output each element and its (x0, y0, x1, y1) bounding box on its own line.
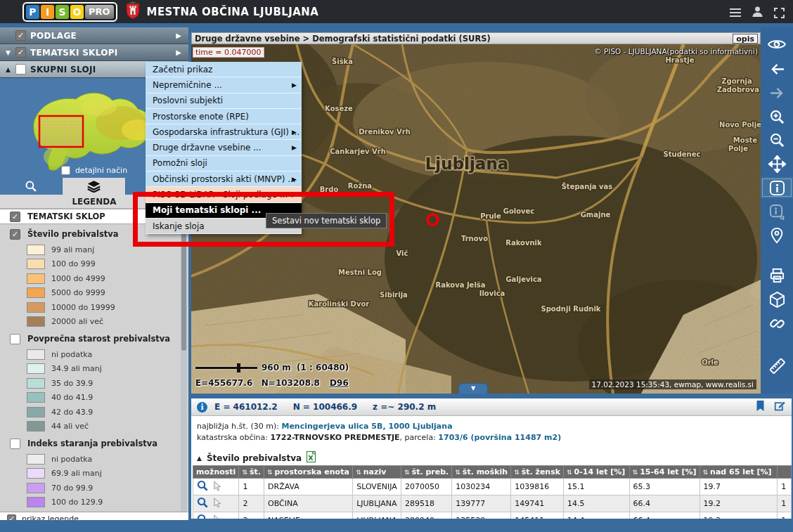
link-icon[interactable] (761, 313, 793, 334)
cell: 280940 (401, 512, 452, 519)
row-select-cursor-icon[interactable] (214, 498, 221, 510)
menu-item-poslovni-subjekti[interactable]: Poslovni subjekti (146, 93, 302, 109)
legend-scrollbar[interactable] (181, 209, 187, 512)
user-icon[interactable] (751, 5, 764, 21)
logo-letter-o: O (70, 5, 84, 19)
column-header-naziv[interactable]: ⇅naziv (353, 466, 401, 479)
section-checkbox[interactable]: ✓ (15, 47, 26, 58)
map-label-galjevica: Galjevica (505, 275, 541, 283)
column-header-prostorska-enota[interactable]: ⇅prostorska enota (264, 466, 353, 479)
excel-export-icon[interactable]: X (307, 451, 316, 465)
legend-item-label: 40 do 41.9 (51, 393, 93, 402)
map-label-studenec: Studenec (664, 150, 701, 158)
nearest-address-link[interactable]: Mencingerjeva ulica 5B, 1000 Ljubljana (281, 422, 452, 431)
ruler-icon[interactable] (761, 355, 793, 376)
description-button[interactable]: opis (733, 34, 758, 44)
cell: 1 (778, 495, 792, 512)
piso-pro-logo[interactable]: PISOPRO (22, 2, 117, 22)
detail-mode-checkbox[interactable] (61, 166, 70, 175)
map-label-spodnji-rudnik: Spodnji Rudnik (541, 305, 600, 313)
tematski-sklop-checkbox[interactable]: ✓ (10, 212, 20, 222)
map-label-prule: Prule (480, 212, 501, 220)
map-label--i-ka: Šiška (332, 57, 353, 65)
datum-link[interactable]: D96 (330, 378, 349, 388)
row-zoom-icon[interactable] (197, 514, 208, 519)
page-bottom-strip (0, 520, 793, 532)
column-header-t-ensk[interactable]: ⇅št. žensk (511, 466, 564, 479)
row-zoom-icon[interactable] (197, 497, 208, 510)
ljubljana-coat-of-arms-icon (126, 1, 140, 22)
menu-item-prostorske-enote-rpe[interactable]: Prostorske enote (RPE) (146, 109, 302, 124)
print-icon[interactable] (761, 265, 793, 286)
cell: 66.4 (629, 495, 699, 512)
map-label-zadobrova: Zadobrova (717, 86, 759, 93)
tematski-sklop-label: TEMATSKI SKLOP (27, 212, 105, 221)
logo-letter-s: S (56, 5, 69, 19)
menu-item-ob-inski-prostorski-akti-mnvp[interactable]: Občinski prostorski akti (MNVP) ...▶ (146, 171, 302, 187)
column-header-0-14-let[interactable]: ⇅0-14 let [%] (564, 466, 630, 479)
column-header-t-mo-kih[interactable]: ⇅št. moških (452, 466, 511, 479)
menu-item-label: Občinski prostorski akti (MNVP) ... (153, 174, 296, 184)
legend-item-label: ni podatka (51, 350, 92, 359)
column-header-15-64-let[interactable]: ⇅15-64 let [%] (629, 466, 699, 479)
legend-item: 20000 ali več (0, 315, 188, 330)
column-header-t-preb[interactable]: ⇅št. preb. (401, 466, 452, 479)
cadastral-municipality: 1722-TRNOVSKO PREDMESTJE (270, 433, 399, 442)
location-pin-icon[interactable] (761, 225, 793, 246)
parcel-link[interactable]: 1703/6 (površina 11487 m2) (438, 433, 561, 442)
overview-viewport-rect[interactable] (39, 116, 83, 147)
section-checkbox[interactable]: ✓ (15, 30, 26, 41)
map-label-moste: Moste (733, 136, 758, 144)
column-header-nad-65-let[interactable]: ⇅nad 65 let [%] (699, 466, 778, 479)
sort-icon: ⇅ (633, 469, 638, 476)
cell: 19.2 (699, 512, 778, 519)
column-header-t[interactable]: ⇅št. (239, 466, 264, 479)
collapse-icon[interactable]: ▲ (6, 66, 15, 73)
legend-swatch (27, 392, 45, 403)
legend-group-row: Povprečna starost prebivalstva (0, 330, 188, 347)
expand-icon[interactable]: ▼ (6, 49, 15, 56)
tab-search[interactable] (0, 178, 63, 195)
sidebar-section-podlage[interactable]: ✓PODLAGE▶ (0, 27, 188, 44)
cell: 289518 (401, 495, 452, 512)
menu-item-pomo-ni-sloji[interactable]: Pomožni sloji (146, 156, 302, 171)
sort-icon: ⇅ (242, 469, 247, 476)
legend-group-checkbox[interactable] (10, 439, 20, 449)
map-label--tepanja-vas: Štepanja vas (562, 182, 613, 190)
cell: 149741 (511, 495, 564, 512)
map-panel-collapse-button[interactable]: ▼ (458, 383, 488, 394)
fullscreen-icon[interactable] (774, 8, 785, 18)
cell: NASELJE (264, 512, 353, 519)
sidebar-section-tematski-sklopi[interactable]: ▼✓TEMATSKI SKLOPI▶ (0, 44, 188, 61)
bookmark-icon[interactable] (755, 400, 766, 415)
row-zoom-icon[interactable] (197, 480, 208, 493)
pan-icon[interactable] (761, 153, 793, 174)
zoom-out-icon[interactable] (761, 129, 793, 150)
legend-swatch (27, 454, 45, 465)
legend-group-checkbox[interactable]: ✓ (10, 229, 20, 240)
info-icon[interactable] (761, 177, 793, 198)
menu-icon[interactable] (730, 6, 741, 19)
section-checkbox[interactable] (15, 64, 26, 74)
menu-item-piso-3d-lidar-sloji-podlage[interactable]: PISO 3D LiDAR - Sloji podlage ...▶ (146, 187, 302, 202)
legend-item-label: ni podatka (51, 455, 92, 464)
table-section-header[interactable]: ▲ Število prebivalstva X (197, 451, 316, 465)
row-select-cursor-icon[interactable] (214, 481, 221, 493)
menu-item-nepremi-nine[interactable]: Nepremičnine ...▶ (146, 77, 302, 93)
menu-item-label: Gospodarska infrastruktura (GJI) ... (153, 127, 299, 137)
legend-group-checkbox[interactable] (10, 334, 20, 344)
menu-item-gospodarska-infrastruktura-gji[interactable]: Gospodarska infrastruktura (GJI) ...▶ (146, 124, 302, 140)
menu-item-za-etni-prikaz[interactable]: Začetni prikaz (146, 62, 302, 77)
svg-text:X: X (308, 454, 314, 462)
column-header-clipped (778, 466, 792, 479)
map-toolbar: g (761, 27, 793, 394)
eye-icon[interactable] (761, 34, 793, 55)
edit-note-icon[interactable] (774, 400, 786, 415)
zoom-in-icon[interactable] (761, 106, 793, 127)
arrow-left-icon[interactable] (761, 58, 793, 79)
map-label-brdo: Brdo (320, 186, 339, 193)
row-select-cursor-icon[interactable] (214, 514, 221, 519)
cube-3d-icon[interactable] (761, 289, 793, 310)
menu-item-druge-dr-avne-vsebine[interactable]: Druge državne vsebine ...▶ (146, 140, 302, 155)
tab-legend-layers[interactable] (63, 178, 125, 195)
